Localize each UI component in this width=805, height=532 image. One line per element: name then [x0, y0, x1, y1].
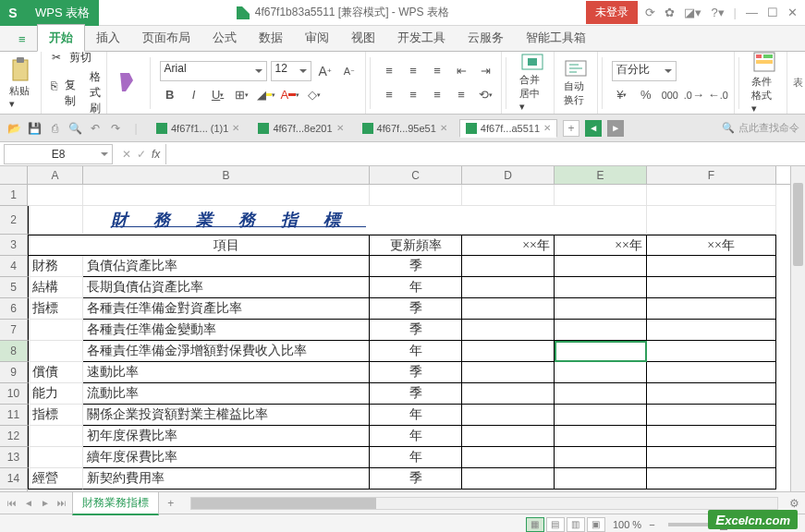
cell[interactable]: 季	[370, 256, 462, 277]
file-menu[interactable]: ≡	[7, 28, 37, 51]
align-left-button[interactable]: ≡	[379, 85, 399, 105]
skin-icon[interactable]: ◪▾	[684, 6, 701, 19]
tab-nav-left[interactable]: ◄	[585, 120, 602, 137]
copy-button[interactable]: ⎘复制	[47, 78, 80, 109]
cell[interactable]	[462, 447, 555, 468]
cell[interactable]	[555, 185, 647, 206]
ribbon-tab-home[interactable]: 开始	[37, 24, 85, 52]
font-name-select[interactable]: Arial	[160, 61, 267, 81]
cell[interactable]: ××年	[555, 235, 647, 256]
cell[interactable]: 償債	[28, 362, 83, 383]
sheet-nav-last[interactable]: ⏭	[55, 498, 68, 508]
cell[interactable]: 年	[370, 341, 462, 362]
command-search[interactable]: 🔍点此查找命令	[722, 121, 799, 135]
zoom-level[interactable]: 100 %	[613, 519, 641, 530]
doc-tab-1[interactable]: 4f67f1... (1)1✕	[150, 119, 246, 138]
percent-button[interactable]: %	[636, 85, 656, 105]
border-button[interactable]: ⊞▾	[232, 85, 252, 105]
qat-preview-icon[interactable]: 🔍	[67, 120, 83, 137]
ribbon-tab-cloud[interactable]: 云服务	[457, 25, 515, 51]
cell[interactable]	[647, 447, 776, 468]
name-box[interactable]: E8	[4, 144, 113, 164]
horizontal-scrollbar[interactable]	[190, 497, 778, 510]
cell[interactable]	[462, 426, 555, 447]
cell[interactable]	[647, 206, 776, 235]
cell[interactable]	[462, 277, 555, 298]
cell[interactable]: 各種責任準備金對資產比率	[83, 298, 370, 320]
login-button[interactable]: 未登录	[586, 1, 638, 24]
select-all-corner[interactable]	[0, 166, 28, 184]
cell[interactable]	[462, 362, 555, 383]
tab-nav-right[interactable]: ►	[607, 120, 624, 137]
col-header-b[interactable]: B	[83, 166, 370, 184]
sheet-nav-next[interactable]: ►	[39, 498, 52, 508]
cell[interactable]: 年	[370, 277, 462, 298]
close-tab-icon[interactable]: ✕	[440, 123, 447, 133]
cell[interactable]: 項目	[83, 235, 370, 256]
format-painter-lg[interactable]	[113, 69, 140, 97]
row-header[interactable]: 8	[0, 341, 27, 362]
cell[interactable]: 能力	[28, 383, 83, 405]
cell[interactable]: ××年	[647, 235, 776, 256]
ribbon-tab-review[interactable]: 审阅	[294, 25, 340, 51]
cell[interactable]: 季	[370, 468, 462, 490]
maximize-button[interactable]: ☐	[767, 6, 778, 19]
qat-redo-icon[interactable]: ↷	[107, 120, 124, 137]
col-header-c[interactable]: C	[370, 166, 462, 184]
row-header[interactable]: 4	[0, 256, 27, 277]
align-top-button[interactable]: ≡	[379, 61, 399, 81]
cell[interactable]: 新契約費用率	[83, 468, 370, 490]
cell[interactable]	[555, 320, 647, 341]
view-reading-button[interactable]: ▣	[587, 517, 605, 532]
sheet-nav-prev[interactable]: ◄	[22, 498, 35, 508]
font-color-button[interactable]: A▾	[280, 85, 300, 105]
cell[interactable]: 初年度保費比率	[83, 426, 370, 447]
cell[interactable]	[370, 206, 462, 235]
cell[interactable]	[462, 405, 555, 426]
view-pagebreak-button[interactable]: ▥	[567, 517, 585, 532]
cut-button[interactable]: ✂剪切	[47, 52, 101, 66]
cell[interactable]	[555, 468, 647, 490]
new-tab-button[interactable]: +	[563, 120, 579, 137]
align-middle-button[interactable]: ≡	[403, 61, 423, 81]
col-header-a[interactable]: A	[28, 166, 83, 184]
qat-save-icon[interactable]: 💾	[26, 120, 43, 137]
doc-tab-2[interactable]: 4f67f...8e201✕	[251, 119, 349, 138]
ribbon-tab-formula[interactable]: 公式	[201, 25, 248, 51]
conditional-format-button[interactable]: 条件格式 ▾	[748, 52, 781, 115]
close-tab-icon[interactable]: ✕	[232, 123, 239, 133]
cell[interactable]	[28, 341, 83, 362]
cell[interactable]: 年	[370, 447, 462, 468]
minimize-button[interactable]: —	[746, 6, 758, 19]
cell[interactable]: 關係企業投資額對業主權益比率	[83, 405, 370, 426]
cell[interactable]	[28, 320, 83, 341]
cell[interactable]	[647, 256, 776, 277]
font-size-select[interactable]: 12	[271, 61, 311, 81]
cell[interactable]	[462, 383, 555, 405]
cell[interactable]	[462, 185, 555, 206]
cell[interactable]: 財務	[28, 256, 83, 277]
row-header[interactable]: 13	[0, 447, 27, 468]
paste-button[interactable]: 粘贴 ▾	[6, 54, 35, 112]
ribbon-tab-smart[interactable]: 智能工具箱	[515, 25, 597, 51]
italic-button[interactable]: I	[184, 85, 204, 105]
indent-right-button[interactable]: ⇥	[475, 61, 495, 81]
close-tab-icon[interactable]: ✕	[543, 123, 551, 133]
ribbon-tab-pagelayout[interactable]: 页面布局	[131, 25, 201, 51]
sheet-title-cell[interactable]: 財務業務指標	[83, 206, 370, 235]
cell[interactable]: 年	[370, 426, 462, 447]
formula-input[interactable]	[165, 144, 805, 164]
cell[interactable]	[462, 298, 555, 320]
settings-small-icon[interactable]: ⚙	[789, 497, 799, 510]
phonetic-button[interactable]: ◇▾	[304, 85, 324, 105]
ribbon-tab-view[interactable]: 视图	[340, 25, 386, 51]
format-painter-button[interactable]: 格式刷	[90, 69, 101, 115]
view-pagelayout-button[interactable]: ▤	[546, 517, 565, 532]
align-bottom-button[interactable]: ≡	[427, 61, 447, 81]
row-header[interactable]: 12	[0, 426, 27, 447]
row-header[interactable]: 6	[0, 298, 27, 320]
cell[interactable]	[555, 206, 647, 235]
qat-print-icon[interactable]: ⎙	[46, 120, 63, 137]
comma-button[interactable]: 000	[660, 85, 680, 105]
cell[interactable]	[647, 341, 776, 362]
